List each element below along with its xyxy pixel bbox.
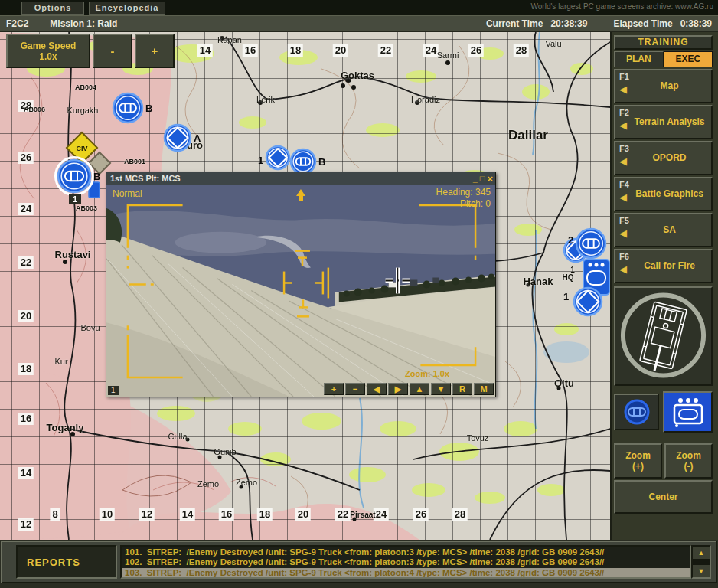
vehicle-symbol-icon <box>670 396 707 428</box>
tab-plan[interactable]: PLAN <box>614 51 664 67</box>
app-screen: Options Encyclopedia World's largest PC … <box>0 0 718 588</box>
fn-button-f3[interactable]: F3◀OPORD <box>614 141 713 175</box>
unit-symbol-icon <box>620 397 654 427</box>
fn-arrow-icon: ◀ <box>619 155 627 167</box>
vehicle-schematic-icon <box>615 289 711 383</box>
center-button[interactable]: Center <box>614 480 713 514</box>
encyclopedia-button[interactable]: Encyclopedia <box>89 2 165 15</box>
fn-key-label: F5 <box>619 216 629 225</box>
vehicle-status-panel <box>614 286 713 386</box>
view-pan-right-button[interactable]: ▶ <box>388 383 408 395</box>
mode-tabs: PLAN EXEC <box>614 51 713 67</box>
fn-key-label: F1 <box>619 72 629 81</box>
fn-key-label: F6 <box>619 252 629 261</box>
fn-button-label: Call for Fire <box>615 250 711 282</box>
fn-key-label: F3 <box>619 144 629 153</box>
vehicle-view-button[interactable] <box>663 391 713 433</box>
page-indicator: 1 <box>108 386 119 395</box>
fn-button-label: Terrain Analysis <box>615 106 711 138</box>
unit-label: B <box>145 103 152 114</box>
fn-button-label: OPORD <box>615 142 711 174</box>
map-zoom-buttons: Zoom (+) Zoom (-) <box>614 443 713 479</box>
fn-button-f5[interactable]: F5◀SA <box>614 213 713 247</box>
window-title: 1st MCS Plt: MCS <box>110 174 181 183</box>
report-line[interactable]: 102. SITREP: /Enemy Destroyed /unit: SPG… <box>122 557 690 567</box>
unit-label: B <box>318 156 325 168</box>
reports-list[interactable]: 101. SITREP: /Enemy Destroyed /unit: SPG… <box>120 545 691 579</box>
civ-label: CIV <box>76 145 87 152</box>
fn-key-label: F2 <box>619 108 629 117</box>
scroll-up-button[interactable]: ▲ <box>693 547 710 559</box>
view-toggle-buttons <box>614 391 713 433</box>
heading-pitch-readout: Heading: 345 Pitch: 0 <box>436 187 491 210</box>
maximize-button[interactable]: □ <box>480 175 485 183</box>
view-pan-down-button[interactable]: ▼ <box>431 383 451 395</box>
view-zoom-readout: Zoom: 1.0x <box>405 369 449 378</box>
reports-frame: REPORTS 101. SITREP: /Enemy Destroyed /u… <box>1 541 717 583</box>
current-time-value: 20:38:39 <box>550 18 587 29</box>
app-title: F2C2 <box>6 18 28 29</box>
fn-arrow-icon: ◀ <box>619 119 627 131</box>
gunner-view[interactable]: Normal Heading: 345 Pitch: 0 Zoom: 1.0x … <box>106 185 495 397</box>
unit-icon-mech[interactable]: B <box>113 93 152 122</box>
function-buttons: F1◀MapF2◀Terrain AnalysisF3◀OPORDF4◀Batt… <box>614 69 713 283</box>
tactical-map[interactable]: 1416182022242628282624222018161412810121… <box>0 32 610 540</box>
view-zoom-in-button[interactable]: + <box>324 383 344 395</box>
options-button[interactable]: Options <box>21 2 84 15</box>
zoom-out-button[interactable]: Zoom (-) <box>664 443 713 479</box>
gunner-scene <box>106 185 495 397</box>
status-bar: F2C2 Mission 1: Raid Current Time 20:38:… <box>0 15 718 32</box>
report-line[interactable]: 101. SITREP: /Enemy Destroyed /unit: SPG… <box>122 547 690 557</box>
fn-button-f4[interactable]: F4◀Battle Graphics <box>614 177 713 211</box>
unit-chip-label: 1 <box>73 195 77 204</box>
zoom-in-button[interactable]: Zoom (+) <box>614 443 662 479</box>
elapsed-time-value: 0:38:39 <box>680 18 712 29</box>
fn-arrow-icon: ◀ <box>619 191 627 203</box>
view-zoom-out-button[interactable]: − <box>345 383 365 395</box>
unit-icon-recon[interactable]: A <box>165 125 201 151</box>
fn-button-label: Battle Graphics <box>615 178 711 210</box>
view-pan-up-button[interactable]: ▲ <box>410 383 429 395</box>
scroll-down-button[interactable]: ▼ <box>693 565 710 577</box>
reports-scrollbar: ▲ ▼ <box>691 545 711 579</box>
fn-button-label: SA <box>615 214 711 246</box>
fn-button-f2[interactable]: F2◀Terrain Analysis <box>614 105 713 139</box>
speed-increase-button[interactable]: + <box>135 34 175 68</box>
unit-label: A <box>194 132 201 144</box>
view-pan-left-button[interactable]: ◀ <box>367 383 387 395</box>
unit-label: 1 <box>258 155 263 166</box>
unit-view-window: 1st MCS Plt: MCS _ □ × <box>106 172 496 397</box>
view-reset-button[interactable]: R <box>452 383 472 395</box>
reports-title: REPORTS <box>27 557 80 568</box>
fn-arrow-icon: ◀ <box>619 227 627 239</box>
window-titlebar[interactable]: 1st MCS Plt: MCS _ □ × <box>106 172 495 185</box>
report-line[interactable]: 103. SITREP: /Enemy Destroyed /unit: SPG… <box>122 568 690 578</box>
speed-decrease-button[interactable]: - <box>93 34 132 68</box>
fn-arrow-icon: ◀ <box>619 263 627 275</box>
fn-button-f6[interactable]: F6◀Call for Fire <box>614 249 713 283</box>
elapsed-time-label: Elapsed Time <box>613 18 672 29</box>
unit-label: 1 <box>563 291 569 302</box>
mission-title: Mission 1: Raid <box>50 18 117 29</box>
close-button[interactable]: × <box>487 175 493 183</box>
unit-icon-view-button[interactable] <box>614 394 659 430</box>
training-header: TRAINING <box>614 35 713 50</box>
watermark-text: World's largest PC game screens archive:… <box>531 2 713 11</box>
view-mode-button[interactable]: M <box>474 383 494 395</box>
minimize-button[interactable]: _ <box>473 175 478 183</box>
fn-button-f1[interactable]: F1◀Map <box>614 69 713 103</box>
top-menu-bar: Options Encyclopedia World's largest PC … <box>0 0 718 15</box>
view-controls: +−◀▶▲▼RM <box>324 383 494 395</box>
tab-exec[interactable]: EXEC <box>664 51 713 67</box>
unit-icon-mech[interactable]: B <box>291 149 325 174</box>
unit-label: B <box>93 171 100 182</box>
unit-icon-recon[interactable]: 1 <box>563 288 602 315</box>
fn-button-label: Map <box>615 70 711 102</box>
unit-label: 2 <box>568 234 573 246</box>
fn-arrow-icon: ◀ <box>619 83 627 95</box>
unit-icon-recon[interactable]: 1 <box>258 146 289 169</box>
game-speed-panel: Game Speed1.0x - + <box>6 34 175 68</box>
reports-label-panel: REPORTS <box>16 545 117 579</box>
fn-key-label: F4 <box>619 180 629 189</box>
game-speed-readout: Game Speed1.0x <box>6 34 90 68</box>
